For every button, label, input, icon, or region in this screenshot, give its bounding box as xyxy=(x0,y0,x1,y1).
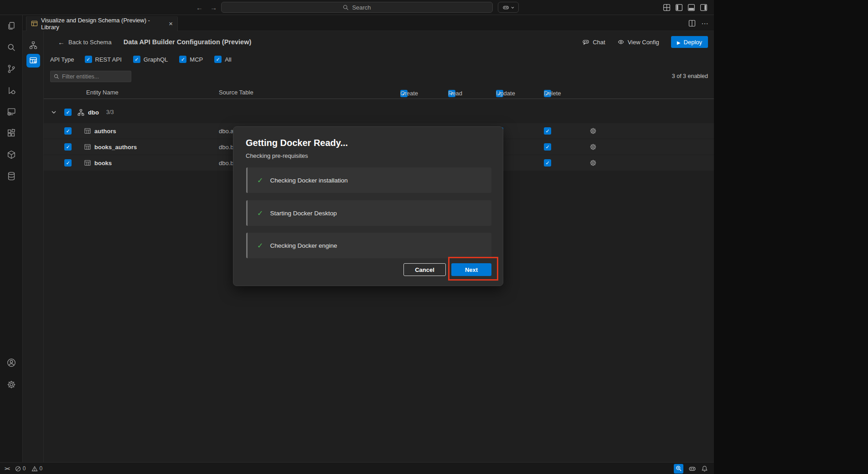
row-checkbox[interactable] xyxy=(64,159,72,167)
toggle-primary-sidebar-icon[interactable] xyxy=(675,4,683,11)
schema-group-row[interactable]: dbo 3/3 xyxy=(44,104,714,120)
nav-forward-icon[interactable] xyxy=(210,4,217,11)
api-type-label: API Type xyxy=(50,56,74,63)
remote-icon xyxy=(5,466,10,471)
title-bar: Search xyxy=(0,0,714,15)
table-icon xyxy=(84,159,91,167)
view-config-button[interactable]: View Config xyxy=(617,39,659,46)
group-checkbox[interactable] xyxy=(64,109,72,116)
mcp-checkbox[interactable] xyxy=(179,56,186,63)
tab-bar: Visualize and Design Schema (Preview) - … xyxy=(23,15,714,31)
chat-label: Chat xyxy=(593,39,605,46)
warning-triangle-icon xyxy=(31,466,38,472)
toggle-panel-icon[interactable] xyxy=(687,4,695,11)
docker-ready-dialog: Getting Docker Ready... Checking pre-req… xyxy=(233,126,503,286)
account-icon[interactable] xyxy=(0,357,23,368)
search-label: Search xyxy=(352,4,371,11)
status-bar: 0 0 xyxy=(0,462,714,474)
settings-gear-icon[interactable] xyxy=(0,379,23,390)
dialog-subtitle: Checking pre-requisites xyxy=(246,152,491,159)
next-button[interactable]: Next xyxy=(451,263,491,276)
delete-checkbox[interactable] xyxy=(544,127,551,135)
row-settings-gear-icon[interactable] xyxy=(589,143,597,151)
back-label: Back to Schema xyxy=(68,39,112,46)
dab-config-icon[interactable] xyxy=(26,54,40,68)
rest-api-option[interactable]: REST API xyxy=(85,56,122,63)
search-icon xyxy=(54,74,59,79)
more-actions-icon[interactable] xyxy=(701,19,708,27)
table-icon xyxy=(84,143,91,151)
check-icon xyxy=(257,241,263,250)
tab-title: Visualize and Design Schema (Preview) - … xyxy=(41,17,165,31)
error-count: 0 xyxy=(23,465,26,472)
split-editor-icon[interactable] xyxy=(688,20,696,27)
all-label: All xyxy=(225,56,231,63)
row-checkbox[interactable] xyxy=(64,127,72,135)
remote-window-icon[interactable] xyxy=(6,106,17,117)
cancel-button[interactable]: Cancel xyxy=(403,263,446,276)
row-checkbox[interactable] xyxy=(64,143,72,151)
source-control-icon[interactable] xyxy=(6,63,17,74)
entity-name: authors xyxy=(94,128,116,135)
col-source-table: Source Table xyxy=(219,89,253,96)
delete-checkbox[interactable] xyxy=(544,159,551,167)
toggle-secondary-sidebar-icon[interactable] xyxy=(700,4,708,11)
graphql-option[interactable]: GraphQL xyxy=(133,56,168,63)
chat-button[interactable]: Chat xyxy=(582,39,605,46)
source-table: dbo.b xyxy=(219,160,234,167)
problems-warnings[interactable]: 0 xyxy=(31,465,43,472)
search-icon xyxy=(343,5,349,10)
api-type-filter-row: API Type REST API GraphQL MCP xyxy=(50,54,232,65)
remote-indicator[interactable] xyxy=(5,466,10,471)
group-count: 3/3 xyxy=(106,109,114,115)
back-to-schema-link[interactable]: Back to Schema xyxy=(58,38,112,46)
problems-errors[interactable]: 0 xyxy=(15,465,26,472)
search-icon[interactable] xyxy=(6,42,17,53)
check-icon xyxy=(257,176,263,185)
zoom-indicator[interactable] xyxy=(674,464,683,474)
database-icon[interactable] xyxy=(6,171,17,182)
step-docker-installation: Checking Docker installation xyxy=(246,167,491,193)
source-table: dbo.a xyxy=(219,128,234,135)
filter-entities-input[interactable] xyxy=(62,73,128,80)
row-settings-gear-icon[interactable] xyxy=(589,159,597,167)
error-circle-icon xyxy=(15,466,21,472)
delete-checkbox[interactable] xyxy=(544,143,551,151)
layout-grid-icon[interactable] xyxy=(663,4,671,11)
step-docker-engine: Checking Docker engine xyxy=(246,233,491,258)
chevron-down-icon[interactable] xyxy=(50,109,57,116)
copilot-menu-button[interactable] xyxy=(498,2,519,13)
all-option[interactable]: All xyxy=(214,56,231,63)
source-table: dbo.b xyxy=(219,144,234,151)
container-package-icon[interactable] xyxy=(6,149,17,160)
all-checkbox[interactable] xyxy=(214,56,222,63)
command-search-box[interactable]: Search xyxy=(221,2,493,13)
rest-api-checkbox[interactable] xyxy=(85,56,92,63)
explorer-icon[interactable] xyxy=(6,21,17,31)
step-docker-desktop: Starting Docker Desktop xyxy=(246,200,491,226)
tab-visualize-design-schema[interactable]: Visualize and Design Schema (Preview) - … xyxy=(26,16,178,31)
extensions-icon[interactable] xyxy=(6,128,17,139)
tab-close-icon[interactable] xyxy=(169,20,173,27)
mcp-option[interactable]: MCP xyxy=(179,56,203,63)
row-settings-gear-icon[interactable] xyxy=(589,127,597,135)
deploy-button[interactable]: Deploy xyxy=(671,36,708,48)
check-icon xyxy=(257,209,263,218)
notifications-bell-icon[interactable] xyxy=(701,465,708,472)
table-header: Entity Name Source Table Create Read Upd… xyxy=(44,88,714,99)
graphql-checkbox[interactable] xyxy=(133,56,140,63)
group-name: dbo xyxy=(88,109,99,116)
mcp-label: MCP xyxy=(190,56,203,63)
page-title: Data API Builder Configuration (Preview) xyxy=(124,38,252,46)
graphql-label: GraphQL xyxy=(144,56,168,63)
run-debug-icon[interactable] xyxy=(6,85,17,96)
page-header: Back to Schema Data API Builder Configur… xyxy=(44,36,714,48)
entity-name: books_authors xyxy=(94,144,137,151)
schema-designer-icon[interactable] xyxy=(26,38,40,52)
filter-entities-field[interactable] xyxy=(50,71,131,82)
view-config-label: View Config xyxy=(628,39,659,46)
nav-back-icon[interactable] xyxy=(196,4,203,11)
deploy-label: Deploy xyxy=(684,39,702,46)
rest-api-label: REST API xyxy=(95,56,122,63)
copilot-status-icon[interactable] xyxy=(688,465,696,472)
